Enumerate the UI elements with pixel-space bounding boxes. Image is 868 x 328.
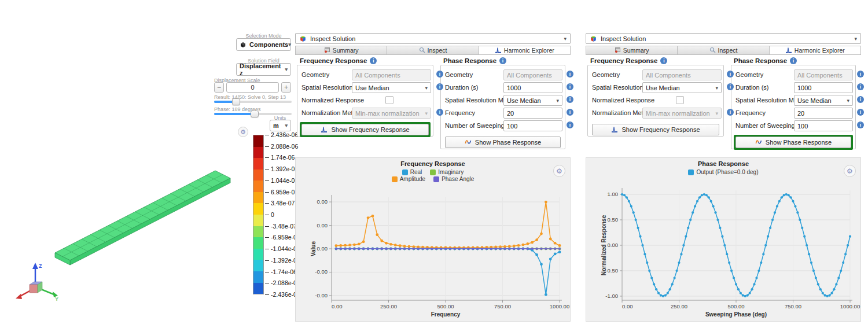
info-icon[interactable]: i <box>567 121 573 128</box>
info-icon[interactable]: i <box>727 83 734 90</box>
legend-color-segment <box>253 135 263 147</box>
info-icon[interactable]: i <box>436 109 443 116</box>
number-of-sweeping-points-field[interactable]: 100 <box>794 120 853 131</box>
info-icon[interactable]: i <box>727 109 734 116</box>
y-axis-label: Y <box>55 296 58 302</box>
tab-bar: SummaryInspectHarmonic Explorer <box>586 46 861 55</box>
geometry-label: Geometry <box>735 71 763 78</box>
svg-text:-0.00: -0.00 <box>315 268 328 275</box>
tab-inspect[interactable]: Inspect <box>387 46 479 55</box>
geometry-label: Geometry <box>301 71 329 78</box>
normalized-response-checkbox[interactable] <box>385 96 393 104</box>
solution-selector[interactable]: Inspect Solution ▾ <box>586 33 861 44</box>
info-icon[interactable]: i <box>436 83 443 90</box>
svg-text:250.00: 250.00 <box>380 303 397 309</box>
result-slider-handle[interactable] <box>232 98 240 105</box>
frequency-field[interactable]: 20 <box>794 108 853 119</box>
legend-settings-button[interactable]: ⚙ <box>238 127 248 137</box>
chevron-down-icon: ▾ <box>425 85 428 91</box>
form-row: Frequency20 <box>731 107 855 120</box>
phase-response-title: Phase Responsei <box>734 57 797 64</box>
chevron-down-icon: ▾ <box>556 98 559 104</box>
chevron-down-icon: ▾ <box>715 85 718 91</box>
tab-inspect[interactable]: Inspect <box>678 46 769 55</box>
harmonic-icon <box>611 126 618 134</box>
info-icon[interactable]: i <box>499 57 506 64</box>
info-icon[interactable]: i <box>857 96 864 103</box>
show-frequency-response-button[interactable]: Show Frequency Response <box>301 124 429 135</box>
solution-selector-value: Inspect Solution <box>601 35 646 42</box>
svg-text:Value: Value <box>310 241 317 257</box>
legend-value-label: 1.74e-06 <box>271 154 295 161</box>
solution-cube-icon <box>299 35 307 42</box>
info-icon[interactable]: i <box>567 96 573 103</box>
field-value: 100 <box>507 123 517 130</box>
frequency-response-form: GeometryAll ComponentsSpatial Resolution… <box>587 65 724 137</box>
harmonic-icon <box>321 126 328 134</box>
legend-color-segment <box>253 180 263 192</box>
duration-s-field[interactable]: 1000 <box>794 82 853 93</box>
normalization-method-field: Min-max normalization▾ <box>642 108 722 119</box>
scale-increment-button[interactable]: + <box>281 82 291 93</box>
phase-slider-handle[interactable] <box>251 110 259 117</box>
info-icon[interactable]: i <box>660 57 667 64</box>
svg-text:1.00: 1.00 <box>608 191 619 197</box>
units-value: m <box>273 122 279 129</box>
legend-tick <box>265 215 269 215</box>
chevron-down-icon: ▾ <box>564 36 567 42</box>
phase-response-title: Phase Responsei <box>443 57 506 64</box>
displacement-scale-input[interactable]: 0 <box>226 82 279 93</box>
field-value: Use Median <box>355 84 389 91</box>
result-slider[interactable] <box>214 101 292 103</box>
normalized-response-label: Normalized Response <box>592 97 654 104</box>
spatial-resolution-method-field[interactable]: Use Median▾ <box>794 95 853 106</box>
legend-value-label: -3.48e-07 <box>271 223 297 230</box>
show-phase-response-button[interactable]: Show Phase Response <box>445 137 561 148</box>
normalized-response-checkbox[interactable] <box>676 96 684 104</box>
show-frequency-response-button[interactable]: Show Frequency Response <box>592 124 719 135</box>
geometry-field: All Components <box>642 69 722 80</box>
svg-text:Sweeping Phase (deg): Sweeping Phase (deg) <box>705 311 767 318</box>
tab-label: Summary <box>333 47 359 54</box>
button-label: Show Frequency Response <box>331 126 409 133</box>
form-row: Spatial Resolution MethodUse Median▾ <box>441 94 565 107</box>
legend-tick <box>265 260 269 261</box>
spatial-resolution-method-field[interactable]: Use Median▾ <box>503 95 562 106</box>
tab-summary[interactable]: Summary <box>295 46 387 55</box>
frequency-field[interactable]: 20 <box>503 108 562 119</box>
solution-cube-icon <box>590 35 597 42</box>
svg-text:1000.00: 1000.00 <box>550 303 569 309</box>
info-icon[interactable]: i <box>436 71 443 78</box>
duration-s-field[interactable]: 1000 <box>503 82 562 93</box>
show-phase-response-button[interactable]: Show Phase Response <box>735 137 851 148</box>
info-icon[interactable]: i <box>857 121 864 128</box>
field-value: All Components <box>797 72 843 79</box>
info-icon[interactable]: i <box>370 57 377 64</box>
field-value: All Components <box>355 72 400 79</box>
chevron-down-icon: ▾ <box>854 36 857 42</box>
number-of-sweeping-points-field[interactable]: 100 <box>503 120 562 131</box>
info-icon[interactable]: i <box>857 83 864 90</box>
info-icon[interactable]: i <box>727 71 734 78</box>
info-icon[interactable]: i <box>857 71 864 78</box>
info-icon[interactable]: i <box>567 71 573 78</box>
info-icon[interactable]: i <box>857 109 864 116</box>
series-amplitude <box>336 202 560 248</box>
field-value: All Components <box>646 72 691 79</box>
units-dropdown[interactable]: m ▾ <box>270 120 291 131</box>
harmonic-icon <box>495 47 502 54</box>
tab-harmonic-explorer[interactable]: Harmonic Explorer <box>479 46 571 55</box>
selection-mode-dropdown[interactable]: Components ▾ <box>236 38 291 51</box>
spatial-resolution-method-field[interactable]: Use Median▾ <box>642 82 722 93</box>
scale-decrement-button[interactable]: − <box>214 82 224 93</box>
solution-field-dropdown[interactable]: Displacement z ▾ <box>236 63 291 76</box>
info-icon[interactable]: i <box>567 109 573 116</box>
spatial-resolution-method-field[interactable]: Use Median▾ <box>352 82 431 93</box>
solution-selector[interactable]: Inspect Solution ▾ <box>295 33 571 44</box>
field-value: Use Median <box>797 97 832 104</box>
tab-harmonic-explorer[interactable]: Harmonic Explorer <box>770 46 861 55</box>
info-icon[interactable]: i <box>567 83 573 90</box>
tab-summary[interactable]: Summary <box>586 46 678 55</box>
3d-viewport[interactable]: Selection Mode Components ▾ Solution Fie… <box>0 0 292 328</box>
info-icon[interactable]: i <box>790 57 797 64</box>
